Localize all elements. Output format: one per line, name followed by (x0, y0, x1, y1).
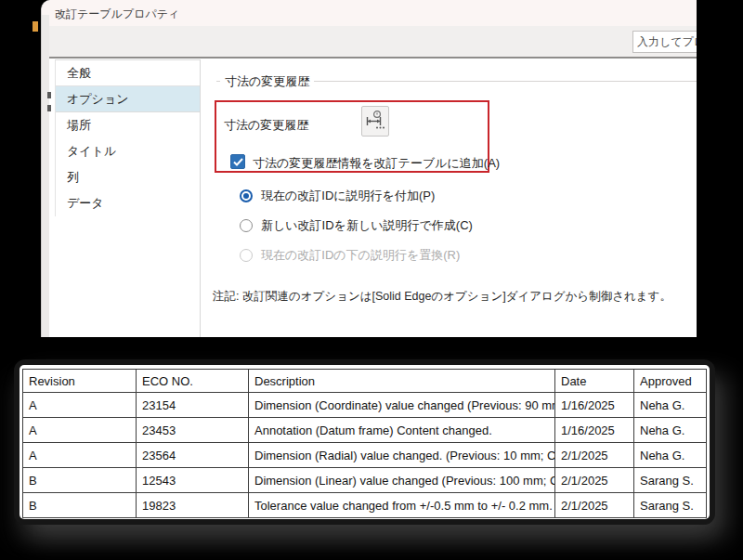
sidebar-content-divider (200, 59, 201, 337)
cell-eco-no: 19823 (137, 493, 249, 518)
dimension-history-button[interactable] (361, 106, 389, 137)
table-row: B 19823 Tolerance value changed from +/-… (23, 493, 707, 518)
dialog-left-edge (42, 15, 49, 337)
sidebar-item-data[interactable]: データ (56, 190, 200, 216)
cell-description: Dimension (Radial) value changed. (Previ… (249, 443, 555, 468)
revision-table-card-inner: Revision ECO NO. Description Date Approv… (20, 365, 710, 519)
radio-replace-description-label: 現在の改訂IDの下の説明行を置換(R) (261, 247, 460, 264)
cell-description: Annotation (Datum frame) Content changed… (249, 418, 555, 443)
dialog-titlebar: 改訂テーブルプロパティ (42, 0, 697, 26)
edge-artifact (47, 105, 51, 111)
cell-revision: B (23, 468, 137, 493)
sidebar-item-location[interactable]: 場所 (56, 112, 200, 138)
sidebar-item-general[interactable]: 全般 (56, 60, 200, 86)
toolbar-divider (42, 57, 697, 59)
revision-table-properties-dialog: 改訂テーブルプロパティ 全般 オプション 場所 タイトル 列 データ 寸法の変更… (41, 0, 697, 337)
table-header-row: Revision ECO NO. Description Date Approv… (23, 370, 707, 393)
radio-new-revision-row[interactable]: 新しい改訂IDを新しい説明行で作成(C) (240, 217, 473, 234)
radio-new-revision-label: 新しい改訂IDを新しい説明行で作成(C) (261, 217, 473, 234)
cell-eco-no: 23564 (137, 443, 249, 468)
cell-description: Dimension (Linear) value changed (Previo… (249, 468, 555, 493)
radio-replace-description-row: 現在の改訂IDの下の説明行を置換(R) (240, 247, 460, 264)
dialog-toolbar (42, 26, 697, 58)
dimension-history-label: 寸法の変更履歴 (224, 117, 308, 134)
cell-approved: Neha G. (634, 418, 707, 443)
cell-revision: A (23, 418, 137, 443)
cell-approved: Neha G. (634, 393, 707, 418)
cell-revision: B (23, 493, 137, 518)
table-row: A 23453 Annotation (Datum frame) Content… (23, 418, 707, 443)
table-row: B 12543 Dimension (Linear) value changed… (23, 468, 707, 493)
cell-description: Dimension (Coordinate) value changed (Pr… (249, 393, 555, 418)
cell-eco-no: 23453 (137, 418, 249, 443)
cell-approved: Sarang S. (634, 468, 707, 493)
cell-date: 2/1/2025 (555, 468, 634, 493)
add-history-checkbox[interactable] (230, 154, 245, 169)
add-history-checkbox-label: 寸法の変更履歴情報を改訂テーブルに追加(A) (253, 155, 500, 172)
cell-approved: Sarang S. (634, 493, 707, 518)
cell-date: 1/16/2025 (555, 393, 634, 418)
cell-eco-no: 23154 (137, 393, 249, 418)
header-description: Description (249, 370, 555, 393)
cell-description: Tolerance value changed from +/-0.5 mm t… (249, 493, 555, 518)
revision-table: Revision ECO NO. Description Date Approv… (22, 369, 707, 518)
radio-selected-icon[interactable] (240, 189, 253, 202)
dialog-title: 改訂テーブルプロパティ (55, 7, 179, 22)
header-eco-no: ECO NO. (137, 370, 249, 393)
cell-date: 2/1/2025 (555, 493, 634, 518)
screen: 改訂テーブルプロパティ 全般 オプション 場所 タイトル 列 データ 寸法の変更… (0, 0, 743, 560)
dialog-sidebar: 全般 オプション 場所 タイトル 列 データ (55, 59, 200, 216)
header-date: Date (555, 370, 634, 393)
header-approved: Approved (634, 370, 707, 393)
cell-revision: A (23, 393, 137, 418)
background-artifact (33, 21, 38, 32)
cell-date: 1/16/2025 (555, 418, 634, 443)
cell-approved: Neha G. (634, 443, 707, 468)
table-row: A 23564 Dimension (Radial) value changed… (23, 443, 707, 468)
checkmark-icon (233, 153, 243, 170)
dimension-history-icon (365, 109, 385, 135)
revision-table-card: Revision ECO NO. Description Date Approv… (14, 359, 715, 525)
radio-unselected-icon[interactable] (240, 219, 253, 232)
sidebar-item-columns[interactable]: 列 (56, 164, 200, 190)
cell-revision: A (23, 443, 137, 468)
sidebar-item-title[interactable]: タイトル (56, 138, 200, 164)
edge-artifact (47, 92, 51, 98)
radio-append-description-label: 現在の改訂IDに説明行を付加(P) (261, 188, 435, 204)
cell-date: 2/1/2025 (555, 443, 634, 468)
note-text: 注記: 改訂関連のオプションは[Solid Edgeのオプション]ダイアログから… (213, 289, 671, 305)
cell-eco-no: 12543 (137, 468, 249, 493)
radio-disabled-icon (240, 249, 253, 262)
sidebar-item-options[interactable]: オプション (56, 86, 200, 112)
radio-append-description-row[interactable]: 現在の改訂IDに説明行を付加(P) (240, 188, 435, 204)
header-revision: Revision (23, 370, 137, 393)
table-row: A 23154 Dimension (Coordinate) value cha… (23, 393, 707, 418)
property-search-input[interactable] (632, 31, 697, 53)
groupbox-title: 寸法の変更履歴 (220, 73, 314, 90)
